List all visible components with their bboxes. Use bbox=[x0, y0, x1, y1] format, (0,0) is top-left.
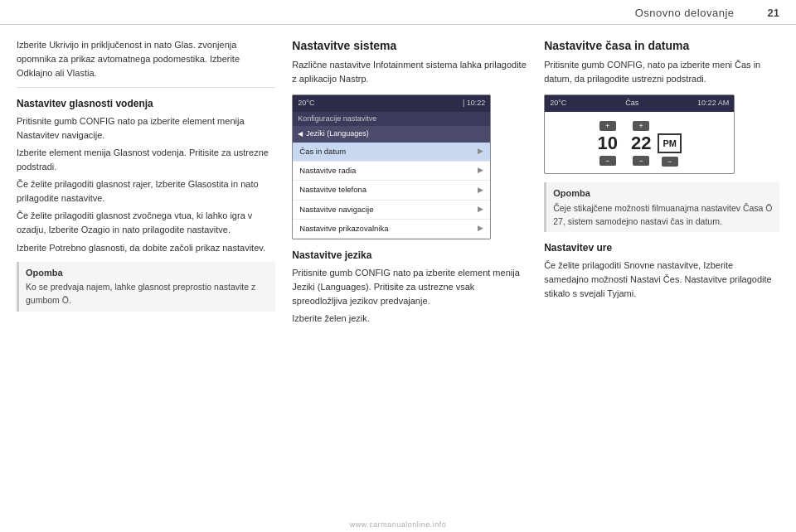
right-note-text: Čeje stikajčene možnosti filmuanajma nas… bbox=[553, 203, 772, 226]
screen-list-item-2-label: Nastavitve telefona bbox=[299, 184, 366, 196]
screen-list-arrow-3: ▶ bbox=[478, 204, 483, 215]
chapter-title: Osnovno delovanje bbox=[635, 7, 735, 19]
screen-list-arrow-4: ▶ bbox=[478, 223, 483, 235]
time-ampm-value[interactable]: PM bbox=[658, 133, 682, 154]
screen-menu-label: Konfiguracije nastavitve bbox=[298, 114, 376, 125]
screen-list: ◀ Jeziki (Languages) Čas in datum ▶ Nast… bbox=[293, 126, 490, 239]
time-controls: + 10 − + 22 − PM − bbox=[597, 120, 681, 167]
left-section1-text3: Če želite prilagoditi glasnost rajer, Iz… bbox=[17, 177, 275, 206]
left-note-label: Opomba bbox=[26, 266, 269, 280]
right-note-label: Opomba bbox=[553, 186, 773, 201]
hour-down-button[interactable]: − bbox=[599, 156, 616, 166]
screen-menu-bar: Konfiguracije nastavitve bbox=[293, 112, 490, 127]
mid-intro-text: Različne nastavitve Infotainment sistema… bbox=[292, 58, 527, 86]
left-note-text: Ko se predvaja najem, lahke glasnost pre… bbox=[26, 282, 255, 305]
mid-section2-text1: Pritisnite gumb CONFIG nato pa izberite … bbox=[292, 266, 527, 308]
right-section-title: Nastavitve časa in datuma bbox=[544, 38, 779, 53]
time-ampm-col: PM − bbox=[658, 120, 682, 167]
screen-time: | 10:22 bbox=[463, 98, 485, 109]
time-screen-time: 10:22 AM bbox=[697, 98, 729, 109]
time-screen-body: + 10 − + 22 − PM − bbox=[545, 112, 734, 174]
watermark: www.carmanualonline.info bbox=[0, 520, 796, 529]
left-section1-text2: Izberite element menija Glasnost vodenja… bbox=[17, 146, 275, 174]
screen-mockup: 20°C | 10:22 Konfiguracije nastavitve ◀ … bbox=[292, 94, 491, 239]
screen-list-item-4[interactable]: Nastavitve prikazovalnika ▶ bbox=[293, 220, 490, 239]
mid-column: Nastavitve sistema Različne nastavitve I… bbox=[292, 38, 527, 517]
screen-temp: 20°C bbox=[298, 98, 314, 109]
right-section3-text: Če želite prilagoditi Snovne nastavitve,… bbox=[544, 259, 779, 301]
left-intro-text: Izberite Ukrivijo in priključenost in na… bbox=[17, 38, 275, 80]
screen-header: 20°C | 10:22 bbox=[293, 95, 490, 112]
minute-down-button[interactable]: − bbox=[633, 156, 649, 166]
screen-list-item-1[interactable]: Nastavitve radia ▶ bbox=[293, 162, 490, 181]
left-section1-text5: Izberite Potrebno glasnosti, da dobite z… bbox=[17, 241, 275, 255]
right-note-box: Opomba Čeje stikajčene možnosti filmuana… bbox=[544, 182, 779, 232]
page-number: 21 bbox=[768, 7, 779, 19]
ampm-down-button[interactable]: − bbox=[662, 157, 678, 167]
main-content: Izberite Ukrivijo in priključenost in na… bbox=[0, 25, 796, 525]
screen-list-header-label: Jeziki (Languages) bbox=[306, 128, 369, 140]
left-column: Izberite Ukrivijo in priključenost in na… bbox=[17, 38, 275, 517]
screen-list-item-0[interactable]: Čas in datum ▶ bbox=[293, 143, 490, 162]
time-screen-temp: 20°C bbox=[550, 98, 566, 109]
screen-list-arrow-0: ▶ bbox=[478, 146, 483, 157]
right-section3-title: Nastavitev ure bbox=[544, 240, 779, 255]
time-minute-col: + 22 − bbox=[631, 121, 651, 166]
time-screen-header: 20°C Čas 10:22 AM bbox=[545, 95, 734, 112]
hour-up-button[interactable]: + bbox=[599, 121, 616, 131]
left-section1-title: Nastavitev glasnosti vodenja bbox=[17, 96, 275, 111]
minute-up-button[interactable]: + bbox=[633, 121, 649, 131]
time-mockup: 20°C Čas 10:22 AM + 10 − + 22 bbox=[544, 94, 735, 174]
left-section1-text4: Če želite prilagoditi glasnost zvočnega … bbox=[17, 209, 275, 237]
time-minute-value: 22 bbox=[631, 134, 651, 152]
screen-list-item-1-label: Nastavitve radia bbox=[299, 165, 356, 177]
right-intro-text: Pritisnite gumb CONFIG, nato pa izberite… bbox=[544, 58, 779, 86]
screen-list-arrow-2: ▶ bbox=[478, 185, 483, 196]
right-column: Nastavitve časa in datuma Pritisnite gum… bbox=[544, 38, 779, 517]
mid-section2-title: Nastavitve jezika bbox=[292, 248, 527, 263]
screen-list-item-3-label: Nastavitve navigacije bbox=[299, 204, 373, 215]
screen-list-arrow-1: ▶ bbox=[478, 165, 483, 177]
mid-section-title: Nastavitve sistema bbox=[292, 38, 527, 53]
time-hour-col: + 10 − bbox=[597, 121, 617, 166]
page-header: Osnovno delovanje 21 bbox=[0, 0, 796, 25]
screen-list-item-4-label: Nastavitve prikazovalnika bbox=[299, 223, 388, 235]
left-note-box: Opomba Ko se predvaja najem, lahke glasn… bbox=[17, 262, 275, 312]
time-hour-value: 10 bbox=[597, 134, 617, 152]
list-header-icon: ◀ bbox=[298, 129, 303, 139]
screen-list-item-3[interactable]: Nastavitve navigacije ▶ bbox=[293, 201, 490, 220]
screen-list-header: ◀ Jeziki (Languages) bbox=[293, 126, 490, 143]
screen-list-item-0-label: Čas in datum bbox=[299, 146, 346, 157]
time-screen-label: Čas bbox=[625, 98, 638, 109]
mid-section2-text2: Izberite želen jezik. bbox=[292, 312, 527, 326]
screen-list-item-2[interactable]: Nastavitve telefona ▶ bbox=[293, 181, 490, 200]
left-section1-text1: Pritisnite gumb CONFIG nato pa izberite … bbox=[17, 114, 275, 143]
divider-1 bbox=[17, 87, 275, 88]
